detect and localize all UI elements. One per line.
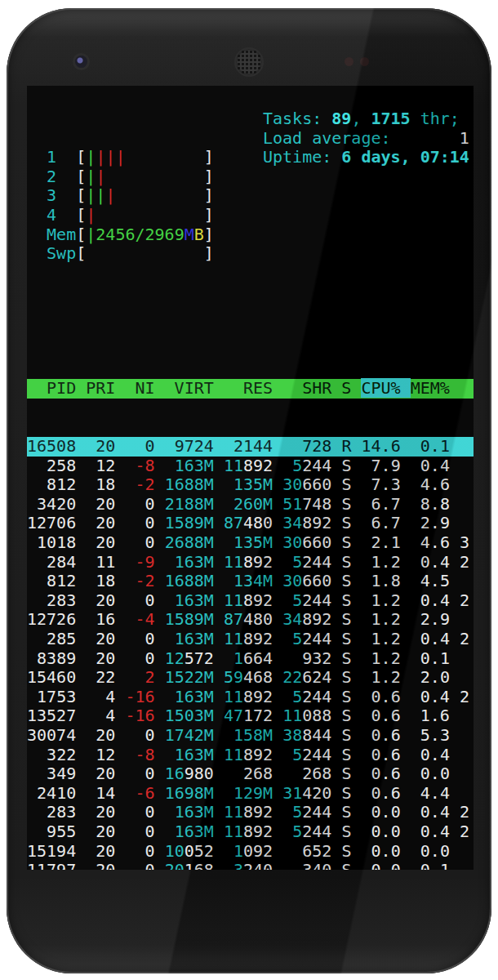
process-row[interactable]: 1753 4 -16 163M 11892 5244 S 0.6 0.4 2 bbox=[27, 688, 474, 707]
cell-sep bbox=[351, 456, 361, 475]
process-row[interactable]: 284 11 -9 163M 11892 5244 S 1.2 0.4 2 bbox=[27, 553, 474, 572]
meter-label: 2 bbox=[27, 167, 76, 186]
process-row[interactable]: 3420 20 0 2188M 260M 51748 S 6.7 8.8 bbox=[27, 495, 474, 514]
process-row[interactable]: 16508 20 0 9724 2144 728 R 14.6 0.1 bbox=[27, 437, 474, 457]
cell-pad bbox=[362, 629, 371, 648]
cell-sep bbox=[214, 764, 224, 783]
cell-mem: 932 bbox=[302, 648, 331, 668]
cell-sep bbox=[214, 436, 224, 456]
meter-bar: | bbox=[86, 147, 96, 167]
meter-space bbox=[125, 147, 203, 167]
cell: 14 bbox=[96, 783, 115, 803]
sort-column-header[interactable]: CPU% bbox=[361, 378, 410, 398]
process-row[interactable]: 15460 22 2 1522M 59468 22624 S 1.2 2.0 bbox=[27, 668, 474, 688]
cell-mem: 1742M bbox=[165, 725, 214, 745]
process-row[interactable]: 15194 20 0 10052 1092 652 S 0.0 0.0 bbox=[27, 842, 474, 862]
process-row[interactable]: 11797 20 0 20168 3240 340 S 0.0 0.1 bbox=[27, 861, 474, 870]
cell: 12726 bbox=[27, 609, 76, 629]
cell-pad bbox=[86, 764, 96, 783]
cell: S bbox=[341, 456, 351, 475]
cell-mem: 11 bbox=[224, 802, 243, 822]
cell-sep bbox=[351, 532, 361, 552]
cell-sep bbox=[214, 822, 224, 841]
process-row[interactable]: 2410 14 -6 1698M 129M 31420 S 0.6 4.4 bbox=[27, 784, 474, 804]
cell-sep bbox=[214, 745, 224, 764]
cell-sep bbox=[331, 609, 341, 629]
cell-sep bbox=[115, 590, 125, 610]
cell: S bbox=[341, 687, 351, 706]
cell-pad bbox=[362, 745, 371, 764]
cell-sep bbox=[76, 494, 86, 514]
process-row[interactable]: 955 20 0 163M 11892 5244 S 0.0 0.4 2 bbox=[27, 822, 474, 842]
front-camera-icon bbox=[75, 56, 87, 68]
cell: S bbox=[341, 552, 351, 572]
cell-pad bbox=[282, 802, 292, 822]
meter-unit: M bbox=[185, 225, 194, 244]
cell-pad bbox=[411, 474, 420, 494]
cell-mem: 11 bbox=[224, 745, 243, 764]
cell-pad bbox=[224, 474, 233, 494]
cell: 13527 bbox=[27, 706, 76, 725]
cell: 14.6 bbox=[362, 436, 401, 456]
cell-pad bbox=[86, 436, 96, 456]
cell-sep bbox=[450, 494, 460, 514]
process-row[interactable]: 12706 20 0 1589M 87480 34892 S 6.7 2.9 bbox=[27, 514, 474, 533]
cell-pad bbox=[362, 609, 371, 629]
cell-sep bbox=[331, 552, 341, 572]
meter-label: Mem bbox=[27, 225, 76, 244]
cell-sep bbox=[351, 725, 361, 745]
process-row[interactable]: 12726 16 -4 1589M 87480 34892 S 1.2 2.9 bbox=[27, 610, 474, 630]
cell-sep bbox=[331, 667, 341, 687]
meter-unit: B bbox=[194, 225, 204, 244]
cell-pad bbox=[362, 667, 371, 687]
process-row[interactable]: 30074 20 0 1742M 158M 38844 S 0.6 5.3 bbox=[27, 726, 474, 746]
process-row[interactable]: 285 20 0 163M 11892 5244 S 1.2 0.4 2 bbox=[27, 630, 474, 649]
process-row[interactable]: 258 12 -8 163M 11892 5244 S 7.9 0.4 bbox=[27, 457, 474, 476]
cell-ni: -2 bbox=[136, 474, 155, 494]
cell-mem: 11 bbox=[282, 706, 302, 725]
cell: 349 bbox=[47, 764, 76, 783]
table-header[interactable]: PID PRI NI VIRT RES SHR S CPU% MEM% bbox=[27, 379, 474, 399]
process-row[interactable]: 8389 20 0 12572 1664 932 S 1.2 0.1 bbox=[27, 649, 474, 669]
cell-sep bbox=[331, 474, 341, 494]
cell-sep bbox=[155, 609, 165, 629]
cell-mem: 340 bbox=[302, 860, 331, 870]
process-row[interactable]: 812 18 -2 1688M 134M 30660 S 1.8 4.5 bbox=[27, 572, 474, 591]
cell: 0.0 bbox=[420, 764, 450, 783]
cell-mem: 572 bbox=[185, 648, 214, 668]
cell-ni: 0 bbox=[145, 436, 155, 456]
cell-pad bbox=[362, 783, 371, 803]
process-row[interactable]: 322 12 -8 163M 11892 5244 S 0.6 0.4 bbox=[27, 746, 474, 765]
cell-pad bbox=[224, 725, 233, 745]
cell: 2.1 bbox=[371, 532, 401, 552]
cell: 22 bbox=[96, 667, 115, 687]
cell-sep bbox=[76, 648, 86, 668]
cell-sep bbox=[115, 474, 125, 494]
cell-pad bbox=[125, 764, 145, 783]
cell-pad bbox=[362, 571, 371, 590]
cell-sep bbox=[76, 513, 86, 532]
cell-extra: 2 bbox=[460, 802, 469, 822]
cell-mem: 51 bbox=[282, 494, 302, 514]
cell-mem: 240 bbox=[243, 860, 273, 870]
cell-pad bbox=[282, 648, 302, 668]
cell: 0.4 bbox=[420, 687, 450, 706]
cell-sep bbox=[115, 571, 125, 590]
process-row[interactable]: 812 18 -2 1688M 135M 30660 S 7.3 4.6 bbox=[27, 475, 474, 495]
cell-pad bbox=[282, 436, 302, 456]
cell: 7.3 bbox=[371, 474, 401, 494]
cell: S bbox=[341, 648, 351, 668]
cell-sep bbox=[115, 764, 125, 783]
process-row[interactable]: 349 20 0 16980 268 268 S 0.6 0.0 bbox=[27, 764, 474, 784]
process-row[interactable]: 13527 4 -16 1503M 47172 11088 S 0.6 1.6 bbox=[27, 706, 474, 726]
cell-pad bbox=[86, 474, 96, 494]
process-row[interactable]: 283 20 0 163M 11892 5244 S 1.2 0.4 2 bbox=[27, 591, 474, 611]
cell: 20 bbox=[96, 513, 115, 532]
process-row[interactable]: 1018 20 0 2688M 135M 30660 S 2.1 4.6 3 bbox=[27, 533, 474, 553]
process-row[interactable]: 283 20 0 163M 11892 5244 S 0.0 0.4 2 bbox=[27, 803, 474, 822]
meter-4: 4 [| ] bbox=[27, 206, 474, 225]
cell: 812 bbox=[47, 571, 76, 590]
cell: S bbox=[341, 629, 351, 648]
cell-mem: 38 bbox=[282, 725, 302, 745]
cell: 1.2 bbox=[371, 667, 401, 687]
